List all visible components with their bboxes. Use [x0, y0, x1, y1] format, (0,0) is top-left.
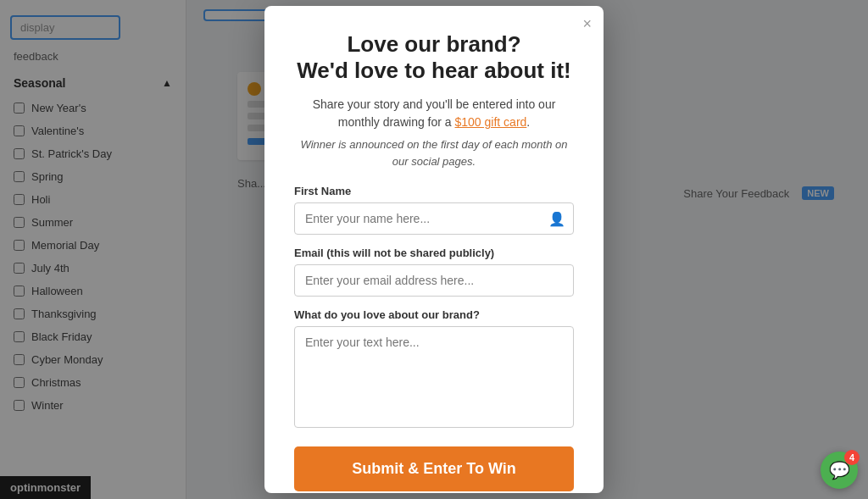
user-icon: 👤: [548, 211, 565, 227]
modal-close-button[interactable]: ×: [582, 16, 592, 31]
email-input[interactable]: [294, 264, 574, 297]
brand-textarea[interactable]: [294, 326, 574, 428]
gift-card-link[interactable]: $100 gift card: [455, 115, 527, 129]
submit-button[interactable]: Submit & Enter To Win: [294, 446, 574, 491]
modal-overlay: × Love our brand? We'd love to hear abou…: [0, 0, 868, 499]
name-input-wrapper: 👤: [294, 202, 574, 235]
modal-winner-text: Winner is announced on the first day of …: [294, 136, 574, 169]
modal-title: Love our brand? We'd love to hear about …: [294, 31, 574, 84]
chat-bubble-button[interactable]: 💬 4: [821, 452, 858, 489]
brand-label: What do you love about our brand?: [294, 308, 574, 321]
email-label: Email (this will not be shared publicly): [294, 247, 574, 259]
brand-group: What do you love about our brand?: [294, 308, 574, 431]
modal-subtitle: Share your story and you'll be entered i…: [294, 96, 574, 131]
first-name-group: First Name 👤: [294, 185, 574, 235]
chat-badge: 4: [844, 450, 860, 465]
feedback-modal: × Love our brand? We'd love to hear abou…: [264, 6, 604, 493]
email-group: Email (this will not be shared publicly): [294, 247, 574, 297]
first-name-label: First Name: [294, 185, 574, 197]
first-name-input[interactable]: [294, 202, 574, 235]
